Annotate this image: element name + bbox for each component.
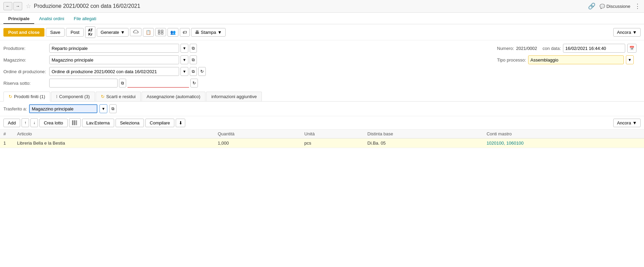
conti-mastro-link[interactable]: 1020100, 1060100 xyxy=(486,141,523,146)
page-title: Produzione 2021/0002 con data 16/02/2021 xyxy=(34,3,588,9)
back-button[interactable]: ← xyxy=(3,2,12,10)
sub-ancora-button[interactable]: Ancora ▼ xyxy=(613,119,641,127)
componenti-icon: ⁝ xyxy=(56,94,57,99)
col-distinta-base: Distinta base xyxy=(364,130,483,138)
tab-file-allegati[interactable]: File allegati xyxy=(69,14,101,24)
cell-num: 1 xyxy=(0,138,14,148)
tab-prodotti-finiti[interactable]: ↻ Prodotti finiti (1) xyxy=(3,92,50,102)
crea-lotto-button[interactable]: Crea lotto xyxy=(39,119,67,127)
riserva-copy[interactable]: ⧉ xyxy=(119,79,126,88)
kebab-menu-icon[interactable]: ⋮ xyxy=(634,2,641,10)
magazzino-copy[interactable]: ⧉ xyxy=(190,55,197,64)
forward-button[interactable]: → xyxy=(13,2,22,10)
transfer-dropdown[interactable]: ▼ xyxy=(99,104,107,113)
cloud-icon-button[interactable] xyxy=(130,28,142,36)
stampa-dropdown-arrow: ▼ xyxy=(217,30,222,35)
svg-rect-0 xyxy=(158,30,160,32)
sub-ancora-arrow: ▼ xyxy=(632,120,637,125)
scarti-icon: ↻ xyxy=(101,94,105,99)
post-button[interactable]: Post xyxy=(66,28,84,37)
barcode-icon-button[interactable] xyxy=(69,118,81,127)
ordine-copy[interactable]: ⧉ xyxy=(190,67,197,76)
produttore-input[interactable] xyxy=(49,44,179,53)
tab-analisi-ordini[interactable]: Analisi ordini xyxy=(34,14,69,24)
discuss-chat-icon: 💬 xyxy=(600,4,605,9)
table-row: 1 Libreria Bella e la Bestia 1,000 pcs D… xyxy=(0,138,644,148)
discuss-button[interactable]: 💬 Discussione xyxy=(600,4,630,9)
at-icon-button[interactable]: ATKr xyxy=(85,26,95,38)
grid-icon-button[interactable] xyxy=(155,28,166,36)
download-icon-button[interactable]: ⬇ xyxy=(176,119,185,127)
tipo-processo-input[interactable] xyxy=(528,55,624,64)
transfer-input[interactable] xyxy=(29,104,97,113)
ordine-refresh[interactable]: ↻ xyxy=(198,67,206,76)
riserva-input[interactable] xyxy=(49,79,118,88)
ordine-label: Ordine di produzione: xyxy=(3,69,48,74)
cell-distinta-base: Di.Ba. 05 xyxy=(364,138,483,148)
col-articolo: Articolo xyxy=(14,130,214,138)
col-unita: Unità xyxy=(301,130,364,138)
grid-icon xyxy=(158,30,163,35)
form-left: Produttore: ▼ ⧉ Magazzino: ▼ ⧉ Ordine di… xyxy=(3,44,487,90)
stampa-button[interactable]: 🖶 Stampa ▼ xyxy=(191,28,226,37)
col-conti-mastro: Conti mastro xyxy=(483,130,644,138)
tab-assegnazione[interactable]: Assegnazione (automatico) xyxy=(142,92,206,101)
produttore-copy[interactable]: ⧉ xyxy=(190,44,197,53)
section-tabs: ↻ Prodotti finiti (1) ⁝ Componenti (3) ↻… xyxy=(0,92,644,102)
ancora-button[interactable]: Ancora ▼ xyxy=(613,28,641,37)
tab-componenti[interactable]: ⁝ Componenti (3) xyxy=(51,92,95,101)
link-icon[interactable]: 🔗 xyxy=(588,2,595,10)
printer-icon: 🖶 xyxy=(195,30,199,35)
main-toolbar: Post and close Save Post ATKr Generate ▼… xyxy=(0,24,644,40)
magazzino-dropdown[interactable]: ▼ xyxy=(180,55,188,64)
add-button[interactable]: Add xyxy=(3,119,20,127)
ordine-dropdown[interactable]: ▼ xyxy=(180,67,188,76)
con-data-calendar[interactable]: 📅 xyxy=(627,44,636,53)
form-area: Produttore: ▼ ⧉ Magazzino: ▼ ⧉ Ordine di… xyxy=(0,40,644,92)
magazzino-row: Magazzino: ▼ ⧉ xyxy=(3,55,487,64)
svg-rect-7 xyxy=(76,120,76,125)
svg-rect-1 xyxy=(161,30,163,32)
tab-scarti-residui[interactable]: ↻ Scarti e residui xyxy=(96,92,141,101)
riserva-row: Riserva sotto: ⧉ ↻ xyxy=(3,79,487,88)
ordine-input[interactable] xyxy=(49,67,179,76)
tipo-processo-dropdown[interactable]: ▼ xyxy=(626,55,634,64)
post-close-button[interactable]: Post and close xyxy=(3,28,44,37)
transfer-copy[interactable]: ⧉ xyxy=(109,104,117,113)
tag-icon-button[interactable]: 🏷 xyxy=(180,28,190,37)
riserva-secondary-input[interactable] xyxy=(128,79,189,88)
discuss-label: Discussione xyxy=(606,4,630,9)
riserva-refresh[interactable]: ↻ xyxy=(190,79,198,88)
favorite-icon[interactable]: ☆ xyxy=(26,2,31,10)
numero-label: Numero: xyxy=(497,46,514,51)
save-button[interactable]: Save xyxy=(46,28,65,37)
magazzino-input[interactable] xyxy=(49,55,179,64)
lav-esterna-button[interactable]: Lav.Esterna xyxy=(82,119,114,127)
tab-principale[interactable]: Principale xyxy=(3,14,34,24)
header-actions: 🔗 💬 Discussione ⋮ xyxy=(588,2,641,10)
move-up-button[interactable]: ↑ xyxy=(22,118,29,127)
sub-toolbar: Add ↑ ↓ Crea lotto Lav.Esterna Seleziona… xyxy=(0,116,644,130)
move-down-button[interactable]: ↓ xyxy=(30,118,38,127)
data-table: # Articolo Quantità Unità Distinta base … xyxy=(0,130,644,148)
produttore-dropdown[interactable]: ▼ xyxy=(180,44,188,53)
compilare-button[interactable]: Compilare xyxy=(145,119,174,127)
copy-icon-button[interactable]: 📋 xyxy=(143,28,154,37)
prodotti-finiti-icon: ↻ xyxy=(9,94,12,99)
tab-info-aggiuntive[interactable]: informazioni aggiuntive xyxy=(206,92,262,101)
magazzino-label: Magazzino: xyxy=(3,57,48,63)
tab-bar: Principale Analisi ordini File allegati xyxy=(0,13,644,24)
cell-quantita: 1,000 xyxy=(214,138,301,148)
produttore-label: Produttore: xyxy=(3,46,48,51)
svg-rect-6 xyxy=(74,120,75,125)
people-icon-button[interactable]: 👥 xyxy=(167,28,178,37)
riserva-label: Riserva sotto: xyxy=(3,81,48,86)
svg-rect-2 xyxy=(158,32,160,34)
ancora-dropdown-arrow: ▼ xyxy=(632,30,637,35)
seleziona-button[interactable]: Seleziona xyxy=(116,119,144,127)
con-data-input[interactable] xyxy=(563,44,625,53)
generate-button[interactable]: Generate ▼ xyxy=(97,28,129,37)
table-header-row: # Articolo Quantità Unità Distinta base … xyxy=(0,130,644,138)
ordine-row: Ordine di produzione: ▼ ⧉ ↻ xyxy=(3,67,487,76)
tipo-processo-row: Tipo processo: ▼ xyxy=(497,55,641,64)
